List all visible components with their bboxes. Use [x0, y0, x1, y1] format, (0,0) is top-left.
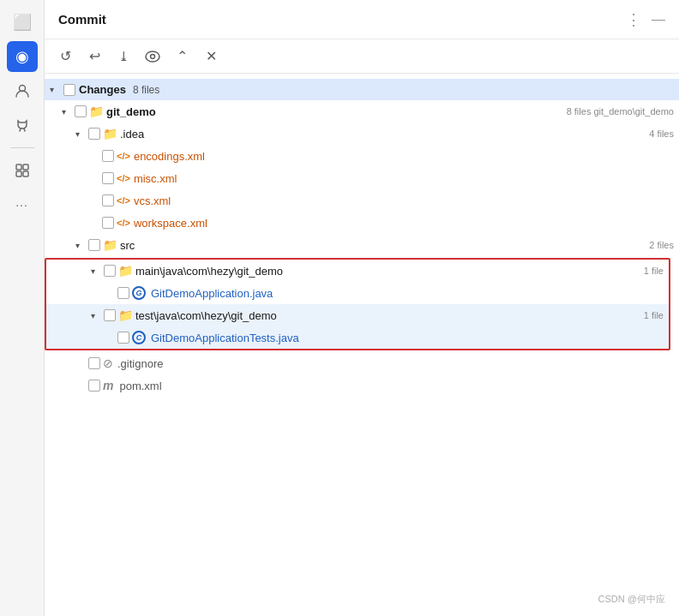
- folder-icon: 📁: [118, 264, 133, 278]
- title-bar: Commit ⋮ —: [45, 0, 679, 39]
- tree-row[interactable]: ▾ 📁 src 2 files: [45, 234, 679, 256]
- tree-row[interactable]: ▾ m pom.xml: [45, 374, 679, 397]
- file-square-icon: ⬜: [13, 13, 32, 32]
- sidebar-item-file[interactable]: ⬜: [7, 7, 38, 38]
- plugins-icon: [14, 162, 31, 179]
- sidebar-item-git[interactable]: ◉: [7, 41, 38, 72]
- title-bar-actions: ⋮ —: [626, 10, 665, 29]
- item-checkbox[interactable]: [102, 217, 114, 229]
- expand-icon[interactable]: ⌃: [171, 46, 192, 67]
- users-icon: [14, 82, 31, 99]
- sidebar-item-cat[interactable]: [7, 110, 38, 141]
- item-name: vcs.xml: [134, 194, 674, 207]
- item-checkbox[interactable]: [102, 150, 114, 162]
- tree-row[interactable]: ▾ 📁 .idea 4 files: [45, 123, 679, 145]
- folder-icon: 📁: [89, 105, 104, 118]
- svg-point-6: [151, 54, 155, 58]
- folder-chevron: ▾: [75, 241, 86, 250]
- item-name: src: [120, 239, 641, 252]
- close-icon[interactable]: ✕: [201, 46, 221, 67]
- tree-row[interactable]: ▾ </> vcs.xml: [45, 189, 679, 212]
- svg-rect-4: [23, 171, 28, 176]
- eye-icon[interactable]: [142, 46, 163, 67]
- svg-point-5: [146, 51, 159, 62]
- item-checkbox[interactable]: [117, 332, 129, 344]
- item-name: git_demo: [106, 105, 559, 118]
- folder-icon: 📁: [103, 238, 117, 252]
- tree-row[interactable]: ▾ 📁 git_demo 8 files git_demo\git_demo: [45, 100, 679, 123]
- changes-section-header[interactable]: ▾ Changes 8 files: [45, 79, 679, 100]
- item-checkbox[interactable]: [88, 128, 100, 140]
- item-name: misc.xml: [134, 172, 674, 185]
- more-options-icon[interactable]: ⋮: [626, 10, 641, 29]
- file-tree: ▾ Changes 8 files ▾ 📁 git_demo 8 files g…: [45, 74, 679, 616]
- item-checkbox[interactable]: [88, 357, 100, 369]
- item-checkbox[interactable]: [102, 172, 114, 184]
- main-panel: Commit ⋮ — ↺ ↩ ⤓ ⌃ ✕ ▾ Changes 8 files: [45, 0, 679, 616]
- changes-chevron: ▾: [50, 85, 60, 94]
- item-checkbox[interactable]: [88, 239, 100, 251]
- tree-row[interactable]: ▾ C GitDemoApplicationTests.java: [46, 326, 669, 349]
- red-border-section: ▾ 📁 main\java\com\hezy\git_demo 1 file ▾…: [45, 258, 670, 350]
- item-name: pom.xml: [119, 380, 674, 392]
- download-icon[interactable]: ⤓: [113, 46, 134, 67]
- sidebar-item-users[interactable]: [7, 75, 38, 106]
- folder-chevron: ▾: [91, 266, 101, 276]
- toolbar: ↺ ↩ ⤓ ⌃ ✕: [45, 39, 679, 74]
- tree-row[interactable]: ▾ G GitDemoApplication.java: [46, 282, 669, 304]
- item-info: 8 files git_demo\git_demo: [567, 106, 674, 117]
- item-name: .idea: [120, 128, 641, 141]
- sidebar-item-plugins[interactable]: [7, 155, 38, 186]
- sidebar-divider: [10, 147, 34, 148]
- tree-row[interactable]: ▾ ⊘ .gitignore: [45, 352, 679, 374]
- svg-rect-2: [23, 164, 28, 170]
- xml-icon: </>: [117, 151, 130, 161]
- item-name: main\java\com\hezy\git_demo: [135, 265, 636, 278]
- item-checkbox[interactable]: [88, 380, 100, 392]
- item-checkbox[interactable]: [104, 265, 116, 277]
- minimize-icon[interactable]: —: [652, 12, 665, 27]
- tree-row[interactable]: ▾ </> workspace.xml: [45, 212, 679, 234]
- item-name: encodings.xml: [134, 150, 674, 163]
- item-name: workspace.xml: [134, 217, 674, 230]
- maven-icon: m: [103, 379, 113, 392]
- sidebar: ⬜ ◉ ···: [0, 0, 45, 616]
- java-class-icon: C: [132, 331, 146, 344]
- changes-checkbox[interactable]: [63, 84, 75, 96]
- folder-icon: 📁: [103, 127, 117, 141]
- tree-row[interactable]: ▾ 📁 main\java\com\hezy\git_demo 1 file: [46, 260, 669, 282]
- item-name: GitDemoApplicationTests.java: [151, 332, 664, 344]
- tree-row[interactable]: ▾ 📁 test\java\com\hezy\git_demo 1 file: [46, 304, 669, 326]
- xml-icon: </>: [117, 218, 130, 228]
- item-checkbox[interactable]: [104, 309, 116, 321]
- item-checkbox[interactable]: [102, 194, 114, 206]
- xml-icon: </>: [117, 173, 130, 183]
- watermark: CSDN @何中应: [598, 593, 665, 606]
- changes-count: 8 files: [133, 84, 159, 96]
- sidebar-item-more[interactable]: ···: [7, 189, 38, 220]
- gitignore-icon: ⊘: [103, 356, 113, 370]
- svg-rect-1: [16, 164, 21, 170]
- undo-icon[interactable]: ↩: [84, 46, 105, 67]
- java-class-icon: G: [132, 286, 146, 300]
- item-info: 4 files: [649, 129, 674, 139]
- svg-rect-3: [16, 171, 21, 176]
- folder-icon: 📁: [118, 308, 133, 322]
- item-checkbox[interactable]: [117, 287, 129, 299]
- item-info: 1 file: [644, 310, 664, 320]
- xml-icon: </>: [117, 195, 130, 206]
- tree-row[interactable]: ▾ </> misc.xml: [45, 167, 679, 189]
- item-name: .gitignore: [117, 357, 674, 370]
- changes-label: Changes: [79, 83, 126, 96]
- item-info: 2 files: [649, 240, 674, 250]
- git-icon: ◉: [15, 47, 29, 66]
- tree-row[interactable]: ▾ </> encodings.xml: [45, 145, 679, 167]
- cat-icon: [14, 117, 31, 134]
- folder-chevron: ▾: [91, 311, 101, 320]
- folder-chevron: ▾: [75, 129, 86, 139]
- more-icon: ···: [15, 198, 28, 212]
- item-checkbox[interactable]: [75, 105, 87, 117]
- folder-chevron: ▾: [62, 107, 72, 117]
- refresh-icon[interactable]: ↺: [55, 46, 75, 67]
- item-name: test\java\com\hezy\git_demo: [135, 309, 636, 322]
